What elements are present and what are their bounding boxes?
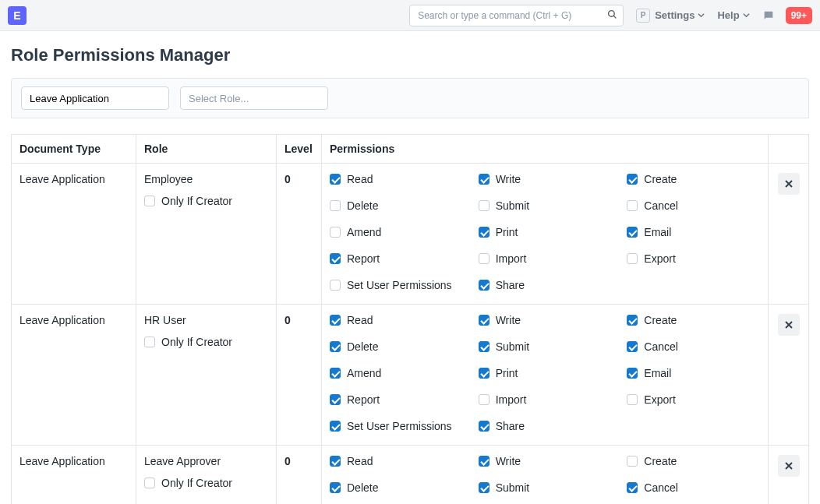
perm-email-checkbox[interactable]	[627, 227, 638, 238]
col-permissions: Permissions	[322, 135, 769, 164]
table-header-row: Document Type Role Level Permissions	[12, 135, 809, 164]
doctype-filter-input[interactable]	[21, 86, 169, 110]
search-input[interactable]	[409, 5, 624, 26]
perm-export[interactable]: Export	[627, 252, 760, 265]
notification-badge[interactable]: 99+	[786, 7, 812, 24]
perm-amend[interactable]: Amend	[330, 367, 463, 379]
perm-write-checkbox[interactable]	[479, 456, 490, 467]
perm-read[interactable]: Read	[330, 455, 463, 467]
settings-menu[interactable]: P Settings	[636, 9, 705, 23]
close-icon	[785, 180, 793, 188]
perm-create-checkbox[interactable]	[627, 315, 638, 326]
perm-write[interactable]: Write	[479, 455, 612, 467]
role-cell: Leave ApproverOnly If Creator	[136, 446, 277, 505]
perm-import[interactable]: Import	[479, 393, 612, 406]
permissions-cell: ReadWriteCreateDeleteSubmitCancel	[322, 446, 769, 505]
only-if-creator-checkbox[interactable]	[144, 337, 155, 347]
delete-row-button[interactable]	[778, 173, 800, 195]
help-menu[interactable]: Help	[717, 9, 749, 21]
perm-export-label: Export	[644, 393, 675, 406]
delete-row-button[interactable]	[778, 455, 800, 477]
perm-print-checkbox[interactable]	[479, 368, 490, 379]
perm-report[interactable]: Report	[330, 393, 463, 406]
perm-read[interactable]: Read	[330, 173, 463, 185]
perm-create[interactable]: Create	[627, 455, 760, 467]
perm-email-checkbox[interactable]	[627, 368, 638, 379]
perm-set_user_permissions[interactable]: Set User Permissions	[330, 420, 463, 432]
perm-share[interactable]: Share	[479, 279, 612, 291]
role-filter-input[interactable]	[180, 86, 328, 110]
perm-share[interactable]: Share	[479, 420, 612, 432]
perm-delete-checkbox[interactable]	[330, 200, 341, 211]
perm-read-checkbox[interactable]	[330, 456, 341, 467]
perm-write-label: Write	[496, 455, 521, 467]
perm-delete[interactable]: Delete	[330, 481, 463, 494]
only-if-creator[interactable]: Only If Creator	[144, 336, 268, 348]
perm-amend-checkbox[interactable]	[330, 227, 341, 238]
action-cell	[769, 305, 809, 446]
perm-submit-checkbox[interactable]	[479, 200, 490, 211]
perm-set_user_permissions-checkbox[interactable]	[330, 421, 341, 432]
only-if-creator-checkbox[interactable]	[144, 478, 155, 488]
perm-print[interactable]: Print	[479, 226, 612, 238]
perm-amend[interactable]: Amend	[330, 226, 463, 238]
perm-report-checkbox[interactable]	[330, 253, 341, 264]
perm-cancel-checkbox[interactable]	[627, 341, 638, 352]
perm-write-checkbox[interactable]	[479, 315, 490, 326]
perm-import[interactable]: Import	[479, 252, 612, 265]
perm-create[interactable]: Create	[627, 173, 760, 185]
perm-create-checkbox[interactable]	[627, 174, 638, 185]
perm-set_user_permissions[interactable]: Set User Permissions	[330, 279, 463, 291]
perm-amend-checkbox[interactable]	[330, 368, 341, 379]
perm-delete[interactable]: Delete	[330, 199, 463, 212]
feedback-icon[interactable]	[762, 9, 775, 22]
perm-cancel[interactable]: Cancel	[627, 481, 760, 494]
perm-delete-checkbox[interactable]	[330, 341, 341, 352]
perm-write[interactable]: Write	[479, 314, 612, 326]
perm-cancel[interactable]: Cancel	[627, 340, 760, 353]
perm-export[interactable]: Export	[627, 393, 760, 406]
only-if-creator-checkbox[interactable]	[144, 196, 155, 206]
perm-import-checkbox[interactable]	[479, 253, 490, 264]
perm-export-checkbox[interactable]	[627, 394, 638, 405]
perm-share-checkbox[interactable]	[479, 421, 490, 432]
perm-delete-label: Delete	[347, 481, 378, 494]
perm-write[interactable]: Write	[479, 173, 612, 185]
perm-delete-checkbox[interactable]	[330, 482, 341, 493]
perm-cancel[interactable]: Cancel	[627, 199, 760, 212]
perm-create-checkbox[interactable]	[627, 456, 638, 467]
permissions-grid: ReadWriteCreateDeleteSubmitCancelAmendPr…	[330, 173, 760, 291]
perm-cancel-checkbox[interactable]	[627, 200, 638, 211]
perm-email[interactable]: Email	[627, 367, 760, 379]
perm-read-label: Read	[347, 314, 373, 326]
perm-submit[interactable]: Submit	[479, 199, 612, 212]
perm-import-checkbox[interactable]	[479, 394, 490, 405]
role-name: Employee	[144, 173, 268, 185]
perm-cancel-checkbox[interactable]	[627, 482, 638, 493]
only-if-creator[interactable]: Only If Creator	[144, 477, 268, 489]
perm-share-checkbox[interactable]	[479, 280, 490, 291]
role-cell: HR UserOnly If Creator	[136, 305, 277, 446]
perm-submit-checkbox[interactable]	[479, 341, 490, 352]
perm-submit[interactable]: Submit	[479, 340, 612, 353]
perm-print-checkbox[interactable]	[479, 227, 490, 238]
perm-set_user_permissions-checkbox[interactable]	[330, 280, 341, 291]
perm-submit-checkbox[interactable]	[479, 482, 490, 493]
perm-report-checkbox[interactable]	[330, 394, 341, 405]
perm-report[interactable]: Report	[330, 252, 463, 265]
perm-email[interactable]: Email	[627, 226, 760, 238]
close-icon	[785, 321, 793, 329]
perm-write-checkbox[interactable]	[479, 174, 490, 185]
app-logo[interactable]: E	[8, 6, 27, 25]
perm-read-checkbox[interactable]	[330, 315, 341, 326]
perm-submit[interactable]: Submit	[479, 481, 612, 494]
perm-export-checkbox[interactable]	[627, 253, 638, 264]
perm-delete[interactable]: Delete	[330, 340, 463, 353]
only-if-creator[interactable]: Only If Creator	[144, 195, 268, 207]
perm-read-checkbox[interactable]	[330, 174, 341, 185]
perm-print[interactable]: Print	[479, 367, 612, 379]
only-if-creator-label: Only If Creator	[161, 195, 232, 207]
perm-read[interactable]: Read	[330, 314, 463, 326]
delete-row-button[interactable]	[778, 314, 800, 336]
perm-create[interactable]: Create	[627, 314, 760, 326]
